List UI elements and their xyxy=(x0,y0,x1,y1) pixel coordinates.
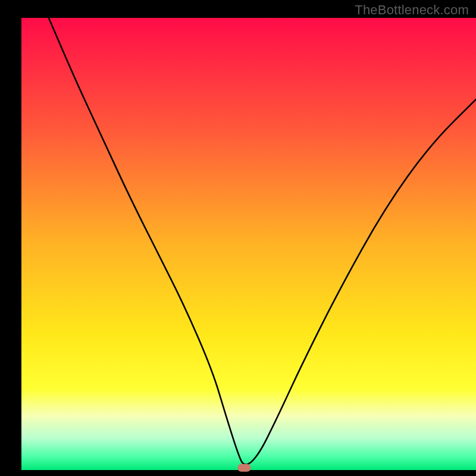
optimal-marker xyxy=(237,464,250,472)
bottleneck-chart xyxy=(0,0,476,476)
watermark-text: TheBottleneck.com xyxy=(355,2,469,18)
chart-container: TheBottleneck.com xyxy=(0,0,476,476)
plot-background xyxy=(21,18,476,470)
